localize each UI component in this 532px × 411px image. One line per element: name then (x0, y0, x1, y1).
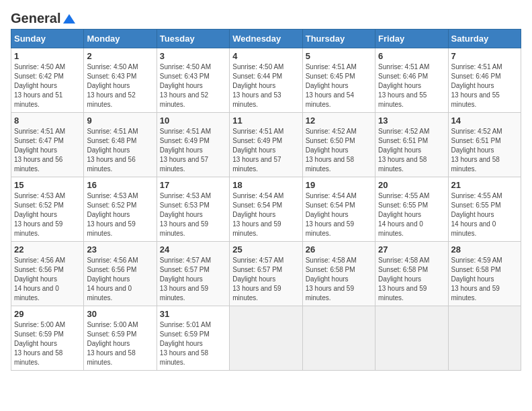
day-detail: Sunrise: 5:01 AMSunset: 6:59 PMDaylight … (160, 321, 211, 366)
day-number: 4 (232, 51, 299, 61)
day-detail: Sunrise: 4:51 AMSunset: 6:49 PMDaylight … (160, 128, 211, 173)
day-detail: Sunrise: 4:50 AMSunset: 6:44 PMDaylight … (232, 63, 283, 108)
svg-marker-0 (63, 14, 75, 24)
day-number: 20 (378, 180, 445, 190)
calendar-cell: 10 Sunrise: 4:51 AMSunset: 6:49 PMDaylig… (157, 113, 229, 177)
day-number: 8 (14, 116, 81, 126)
day-detail: Sunrise: 4:57 AMSunset: 6:57 PMDaylight … (160, 257, 211, 302)
day-number: 14 (451, 116, 518, 126)
day-number: 11 (232, 116, 299, 126)
calendar-cell: 7 Sunrise: 4:51 AMSunset: 6:46 PMDayligh… (448, 48, 521, 113)
calendar-cell (302, 306, 375, 371)
day-detail: Sunrise: 4:56 AMSunset: 6:56 PMDaylight … (87, 257, 138, 302)
day-detail: Sunrise: 4:54 AMSunset: 6:54 PMDaylight … (306, 192, 357, 237)
day-number: 6 (378, 51, 445, 61)
calendar-header-thursday: Thursday (302, 30, 375, 48)
day-detail: Sunrise: 4:58 AMSunset: 6:58 PMDaylight … (378, 257, 429, 302)
day-detail: Sunrise: 4:51 AMSunset: 6:46 PMDaylight … (378, 63, 429, 108)
day-number: 7 (451, 51, 518, 61)
calendar-cell: 27 Sunrise: 4:58 AMSunset: 6:58 PMDaylig… (375, 242, 448, 306)
day-detail: Sunrise: 4:55 AMSunset: 6:55 PMDaylight … (378, 192, 429, 237)
calendar-cell (448, 306, 521, 371)
calendar-header-monday: Monday (84, 30, 157, 48)
calendar-table: SundayMondayTuesdayWednesdayThursdayFrid… (11, 29, 521, 371)
logo-general: General (11, 11, 60, 26)
day-number: 29 (14, 309, 81, 319)
calendar-cell: 25 Sunrise: 4:57 AMSunset: 6:57 PMDaylig… (230, 242, 302, 306)
calendar-cell: 24 Sunrise: 4:57 AMSunset: 6:57 PMDaylig… (157, 242, 229, 306)
day-detail: Sunrise: 4:55 AMSunset: 6:55 PMDaylight … (451, 192, 502, 237)
day-number: 26 (306, 244, 372, 255)
day-number: 13 (378, 116, 445, 126)
day-detail: Sunrise: 4:51 AMSunset: 6:48 PMDaylight … (87, 128, 138, 173)
day-number: 24 (160, 244, 226, 255)
calendar-cell: 28 Sunrise: 4:59 AMSunset: 6:58 PMDaylig… (448, 242, 521, 306)
calendar-cell: 23 Sunrise: 4:56 AMSunset: 6:56 PMDaylig… (84, 242, 157, 306)
day-detail: Sunrise: 5:00 AMSunset: 6:59 PMDaylight … (87, 321, 138, 366)
day-detail: Sunrise: 4:50 AMSunset: 6:43 PMDaylight … (160, 63, 211, 108)
calendar-cell: 31 Sunrise: 5:01 AMSunset: 6:59 PMDaylig… (157, 306, 229, 371)
calendar-cell: 15 Sunrise: 4:53 AMSunset: 6:52 PMDaylig… (11, 177, 84, 242)
calendar-week-row: 15 Sunrise: 4:53 AMSunset: 6:52 PMDaylig… (11, 177, 521, 242)
day-number: 9 (87, 116, 153, 126)
calendar-cell: 26 Sunrise: 4:58 AMSunset: 6:58 PMDaylig… (302, 242, 375, 306)
calendar-header-row: SundayMondayTuesdayWednesdayThursdayFrid… (11, 30, 521, 48)
day-detail: Sunrise: 4:51 AMSunset: 6:47 PMDaylight … (14, 128, 65, 173)
day-detail: Sunrise: 4:52 AMSunset: 6:51 PMDaylight … (378, 128, 429, 173)
day-number: 3 (160, 51, 226, 61)
day-detail: Sunrise: 4:59 AMSunset: 6:58 PMDaylight … (451, 257, 502, 302)
day-number: 25 (232, 244, 299, 255)
day-number: 21 (451, 180, 518, 190)
day-detail: Sunrise: 4:53 AMSunset: 6:52 PMDaylight … (87, 192, 138, 237)
day-detail: Sunrise: 4:50 AMSunset: 6:42 PMDaylight … (14, 63, 65, 108)
calendar-header-tuesday: Tuesday (157, 30, 229, 48)
calendar-cell: 4 Sunrise: 4:50 AMSunset: 6:44 PMDayligh… (230, 48, 302, 113)
day-number: 19 (306, 180, 372, 190)
day-number: 23 (87, 244, 153, 255)
calendar-header-wednesday: Wednesday (230, 30, 302, 48)
day-number: 5 (306, 51, 372, 61)
day-detail: Sunrise: 4:51 AMSunset: 6:45 PMDaylight … (306, 63, 357, 108)
calendar-cell: 17 Sunrise: 4:53 AMSunset: 6:53 PMDaylig… (157, 177, 229, 242)
calendar-cell (375, 306, 448, 371)
calendar-cell: 19 Sunrise: 4:54 AMSunset: 6:54 PMDaylig… (302, 177, 375, 242)
calendar-week-row: 22 Sunrise: 4:56 AMSunset: 6:56 PMDaylig… (11, 242, 521, 306)
calendar-cell: 2 Sunrise: 4:50 AMSunset: 6:43 PMDayligh… (84, 48, 157, 113)
day-number: 28 (451, 244, 518, 255)
day-number: 12 (306, 116, 372, 126)
day-detail: Sunrise: 4:52 AMSunset: 6:50 PMDaylight … (306, 128, 357, 173)
day-detail: Sunrise: 4:57 AMSunset: 6:57 PMDaylight … (232, 257, 283, 302)
day-number: 10 (160, 116, 226, 126)
day-detail: Sunrise: 4:54 AMSunset: 6:54 PMDaylight … (232, 192, 283, 237)
calendar-cell: 22 Sunrise: 4:56 AMSunset: 6:56 PMDaylig… (11, 242, 84, 306)
day-detail: Sunrise: 4:53 AMSunset: 6:53 PMDaylight … (160, 192, 211, 237)
calendar-header-friday: Friday (375, 30, 448, 48)
calendar-cell: 29 Sunrise: 5:00 AMSunset: 6:59 PMDaylig… (11, 306, 84, 371)
calendar-cell: 8 Sunrise: 4:51 AMSunset: 6:47 PMDayligh… (11, 113, 84, 177)
calendar-cell: 16 Sunrise: 4:53 AMSunset: 6:52 PMDaylig… (84, 177, 157, 242)
calendar-cell: 11 Sunrise: 4:51 AMSunset: 6:49 PMDaylig… (230, 113, 302, 177)
day-detail: Sunrise: 4:52 AMSunset: 6:51 PMDaylight … (451, 128, 502, 173)
calendar-cell: 20 Sunrise: 4:55 AMSunset: 6:55 PMDaylig… (375, 177, 448, 242)
day-number: 27 (378, 244, 445, 255)
logo: General (11, 11, 75, 24)
logo-icon (63, 13, 75, 25)
calendar-cell: 3 Sunrise: 4:50 AMSunset: 6:43 PMDayligh… (157, 48, 229, 113)
header: General (11, 11, 521, 24)
calendar-week-row: 29 Sunrise: 5:00 AMSunset: 6:59 PMDaylig… (11, 306, 521, 371)
calendar-week-row: 1 Sunrise: 4:50 AMSunset: 6:42 PMDayligh… (11, 48, 521, 113)
calendar-cell: 12 Sunrise: 4:52 AMSunset: 6:50 PMDaylig… (302, 113, 375, 177)
day-detail: Sunrise: 4:51 AMSunset: 6:46 PMDaylight … (451, 63, 502, 108)
calendar-cell: 13 Sunrise: 4:52 AMSunset: 6:51 PMDaylig… (375, 113, 448, 177)
day-number: 30 (87, 309, 153, 319)
calendar-header-saturday: Saturday (448, 30, 521, 48)
day-number: 22 (14, 244, 81, 255)
day-number: 18 (232, 180, 299, 190)
calendar-week-row: 8 Sunrise: 4:51 AMSunset: 6:47 PMDayligh… (11, 113, 521, 177)
calendar-cell: 18 Sunrise: 4:54 AMSunset: 6:54 PMDaylig… (230, 177, 302, 242)
calendar-cell: 21 Sunrise: 4:55 AMSunset: 6:55 PMDaylig… (448, 177, 521, 242)
calendar-cell: 9 Sunrise: 4:51 AMSunset: 6:48 PMDayligh… (84, 113, 157, 177)
day-number: 1 (14, 51, 81, 61)
day-number: 15 (14, 180, 81, 190)
calendar-cell (230, 306, 302, 371)
